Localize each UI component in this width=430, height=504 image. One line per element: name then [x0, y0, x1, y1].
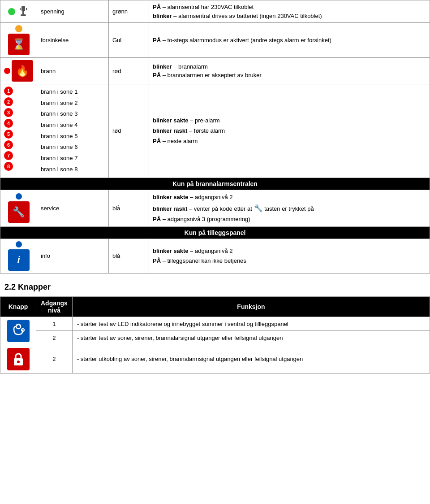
adgang-3: 2 [36, 345, 73, 373]
funksjon-1: - starter test av LED indikatorene og in… [72, 317, 430, 331]
info-icon-cell: i [0, 239, 37, 273]
pa-neste-text: – neste alarm [161, 138, 198, 144]
service-blinker-raskt: – venter på kode etter at [187, 205, 252, 212]
brann-desc: blinker – brannalarm PÅ – brannalarmen e… [149, 58, 430, 84]
service-blinker-sakte: – adgangsnivå 2 [189, 194, 233, 200]
forsinkelse-icon-cell: ⌛ [0, 23, 37, 58]
forsinkelse-pa-bold: PÅ [153, 37, 161, 43]
brann-soner-row: 1 2 3 4 5 6 7 8 brann i sone 1 brann i s… [0, 84, 430, 178]
funksjon-header: Funksjon [72, 296, 430, 317]
section22-title: 2.2 Knapper [4, 282, 430, 292]
wrench-icon: 🔧 [13, 206, 25, 218]
num-1: 1 [4, 87, 13, 96]
brann-desc2: – brannalarmen er akseptert av bruker [161, 72, 262, 78]
brann-label: brann [37, 58, 109, 84]
info-row: i info blå blinker sakte – adgangsnivå 2… [0, 239, 430, 273]
green-dot [8, 8, 15, 15]
plug-icon [17, 5, 30, 18]
brann-sone-7: brann i sone 7 [41, 153, 105, 164]
info-color: blå [109, 239, 149, 273]
forsinkelse-color: Gul [109, 23, 149, 58]
service-desc: blinker sakte – adgangsnivå 2 blinker ra… [149, 190, 430, 226]
brann-pa-bold: PÅ [153, 72, 161, 78]
forsinkelse-row: ⌛ forsinkelse Gul PÅ – to-stegs alarmmod… [0, 23, 430, 58]
brann-soner-color: rød [109, 84, 149, 178]
num-4: 4 [4, 119, 13, 128]
brann-sone-2: brann i sone 2 [41, 98, 105, 109]
hourglass-icon: ⌛ [4, 25, 33, 55]
spenning-blinker-bold: blinker [153, 13, 172, 19]
info-desc: blinker sakte – adgangsnivå 2 PÅ – tille… [149, 239, 430, 273]
brann-sone-8: brann i sone 8 [41, 164, 105, 175]
brann-soner-desc: blinker sakte – pre-alarm blinker raskt … [149, 84, 430, 178]
spenning-icon-cell [0, 0, 37, 23]
service-blinker-raskt-bold: blinker raskt [153, 205, 187, 212]
blinker-sakte-text: – pre-alarm [189, 117, 220, 124]
knapp-header: Knapp [0, 296, 36, 317]
blinker-raskt-bold: blinker raskt [153, 127, 187, 134]
info-label: info [37, 239, 109, 273]
knapp-icon-3 [0, 345, 36, 373]
brann-desc1: – brannalarm [172, 63, 208, 70]
knapp-icon-1 [0, 317, 36, 345]
stethoscope-icon [7, 320, 30, 342]
service-pa-bold: PÅ [153, 216, 161, 222]
info-blinker-sakte-bold: blinker sakte [153, 248, 189, 254]
brann-soner-icon-cell: 1 2 3 4 5 6 7 8 [0, 84, 37, 178]
adgang-2: 2 [36, 331, 73, 345]
spenning-label: spenning [37, 0, 109, 23]
brannalarm-section-header: Kun på brannalarmsentralen [0, 178, 430, 190]
svg-rect-1 [22, 11, 24, 14]
brann-sone-4: brann i sone 4 [41, 120, 105, 131]
svg-rect-0 [22, 6, 25, 11]
yellow-dot [15, 25, 22, 32]
service-row: 🔧 service blå blinker sakte – adgangsniv… [0, 190, 430, 226]
spenning-row: spenning grønn PÅ – alarmsentral har 230… [0, 0, 430, 23]
adgang-1: 1 [36, 317, 73, 331]
tilleggspanel-header-text: Kun på tilleggspanel [0, 226, 430, 239]
knapper-row-3: 2 - starter utkobling av soner, sirener,… [0, 345, 430, 373]
info-letter-icon: i [17, 254, 20, 266]
forsinkelse-label: forsinkelse [37, 23, 109, 58]
num-5: 5 [4, 130, 13, 139]
brann-sone-6: brann i sone 6 [41, 142, 105, 153]
brann-red-dot [4, 68, 10, 74]
service-pa: – adgangsnivå 3 (programmering) [161, 216, 250, 222]
brann-color: rød [109, 58, 149, 84]
svg-rect-4 [26, 8, 27, 10]
service-blinker-sakte-bold: blinker sakte [153, 194, 189, 200]
spenning-desc: PÅ – alarmsentral har 230VAC tilkoblet b… [149, 0, 430, 23]
adgang-header: Adgangs nivå [36, 296, 73, 317]
num-3: 3 [4, 108, 13, 117]
info-blue-dot [16, 241, 22, 248]
brannalarm-header-text: Kun på brannalarmsentralen [0, 178, 430, 190]
brann-blinker-bold: blinker [153, 63, 172, 70]
knapper-header-row: Knapp Adgangs nivå Funksjon [0, 296, 430, 317]
service-blue-dot [16, 193, 22, 200]
blinker-raskt-text: – første alarm [187, 127, 225, 134]
spenning-desc1: – alarmsentral har 230VAC tilkoblet [161, 4, 254, 10]
knapper-table: Knapp Adgangs nivå Funksjon 1 [0, 296, 430, 374]
main-indicator-table: spenning grønn PÅ – alarmsentral har 230… [0, 0, 430, 274]
info-pa-bold: PÅ [153, 257, 161, 264]
info-pa: – tilleggspanel kan ikke betjenes [161, 257, 246, 264]
lock-icon [7, 348, 30, 370]
spenning-desc2: – alarmsentral drives av batteriet (inge… [172, 13, 322, 19]
brann-soner-labels: brann i sone 1 brann i sone 2 brann i so… [37, 84, 109, 178]
info-blinker-sakte: – adgangsnivå 2 [189, 248, 233, 254]
lock-svg [12, 352, 25, 366]
brann-icon-cell: 🔥 [0, 58, 37, 84]
brann-sone-1: brann i sone 1 [41, 87, 105, 98]
flame-symbol: 🔥 [16, 65, 29, 77]
wrench-small-icon: 🔧 [254, 202, 263, 214]
pa-neste-bold: PÅ [153, 138, 161, 144]
service-label: service [37, 190, 109, 226]
blinker-sakte-bold: blinker sakte [153, 117, 189, 124]
forsinkelse-desc1: – to-stegs alarmmodus er aktivert (andre… [161, 37, 331, 43]
service-icon-cell: 🔧 [0, 190, 37, 226]
service-color: blå [109, 190, 149, 226]
funksjon-3: - starter utkobling av soner, sirener, b… [72, 345, 430, 373]
knapper-row-1: 1 - starter test av LED indikatorene og … [0, 317, 430, 331]
knapper-row-2: 2 - starter test av soner, sirener, bran… [0, 331, 430, 345]
spenning-pa-bold: PÅ [153, 4, 161, 10]
